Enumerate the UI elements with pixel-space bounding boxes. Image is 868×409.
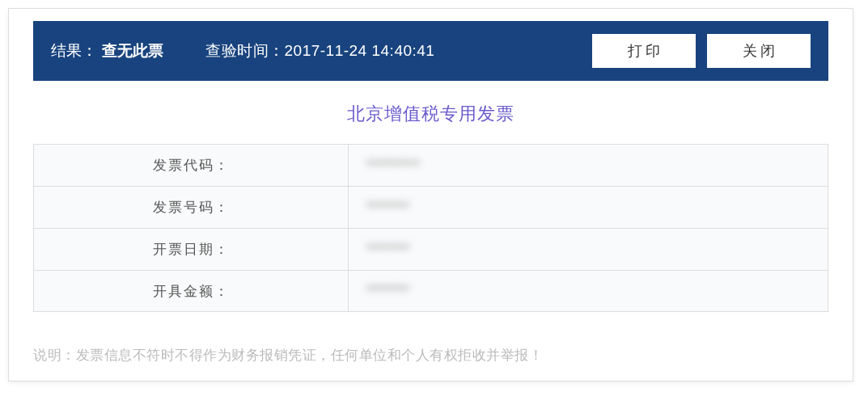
field-row: 发票号码： ******** [33, 186, 828, 228]
button-group: 打印 关闭 [592, 34, 811, 68]
field-value-invoice-number: ******** [349, 186, 828, 228]
field-row: 开票日期： ******** [33, 228, 828, 270]
result-panel: 结果： 查无此票 查验时间： 2017-11-24 14:40:41 打印 关闭… [8, 8, 853, 382]
result-block: 结果： 查无此票 [51, 40, 163, 61]
blurred-value: ******** [366, 242, 409, 257]
field-row: 开具金额： ******** [33, 270, 828, 312]
print-button[interactable]: 打印 [592, 34, 696, 68]
field-label-issue-date: 开票日期： [33, 228, 349, 270]
invoice-fields-table: 发票代码： ********** 发票号码： ******** 开票日期： **… [33, 144, 828, 312]
field-row: 发票代码： ********** [33, 144, 828, 186]
blurred-value: ********** [366, 158, 420, 173]
field-label-invoice-number: 发票号码： [33, 186, 349, 228]
blurred-value: ******** [366, 283, 409, 298]
result-value: 查无此票 [102, 40, 163, 61]
check-time-value: 2017-11-24 14:40:41 [285, 42, 435, 60]
field-label-amount: 开具金额： [33, 270, 349, 312]
check-time-block: 查验时间： 2017-11-24 14:40:41 [205, 40, 434, 61]
notice-text: 说明：发票信息不符时不得作为财务报销凭证，任何单位和个人有权拒收并举报！ [33, 346, 828, 365]
check-time-label: 查验时间： [205, 40, 285, 61]
close-button[interactable]: 关闭 [707, 34, 811, 68]
result-label: 结果： [51, 40, 97, 61]
invoice-title: 北京增值税专用发票 [33, 102, 828, 126]
blurred-value: ******** [366, 200, 409, 215]
header-bar: 结果： 查无此票 查验时间： 2017-11-24 14:40:41 打印 关闭 [33, 21, 828, 81]
field-value-invoice-code: ********** [349, 144, 828, 186]
field-label-invoice-code: 发票代码： [33, 144, 349, 186]
field-value-issue-date: ******** [349, 228, 828, 270]
field-value-amount: ******** [349, 270, 828, 312]
